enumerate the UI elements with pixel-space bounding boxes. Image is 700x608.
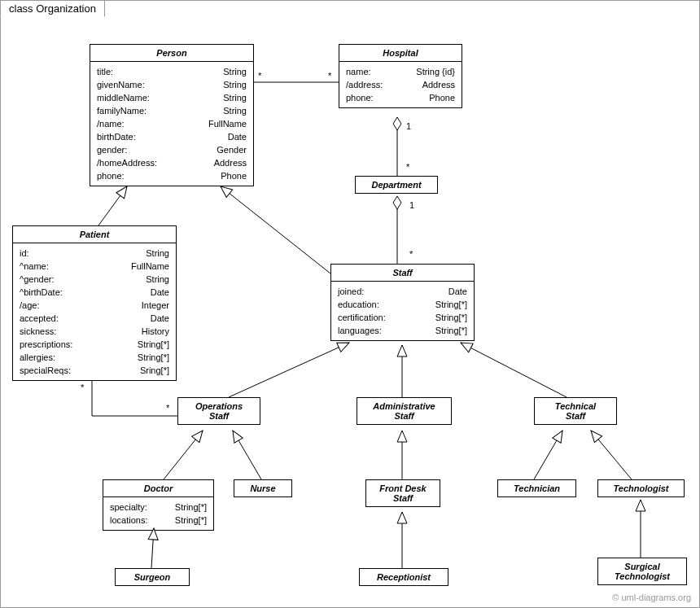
class-administrative-staff: AdministrativeStaff	[357, 397, 452, 425]
class-technical-staff-title: TechnicalStaff	[535, 398, 616, 424]
mult-dept-staff-bottom: *	[409, 249, 413, 259]
class-doctor: Doctor specialty:String[*]locations:Stri…	[103, 479, 214, 531]
class-hospital-attrs: name:String {id}/address:Addressphone:Ph…	[339, 62, 462, 107]
mult-dept-staff-top: 1	[409, 200, 414, 210]
class-department-title: Department	[356, 177, 437, 193]
edge-ops-staff	[229, 343, 349, 397]
class-surgeon-title: Surgeon	[116, 569, 189, 585]
class-operations-staff-title: OperationsStaff	[178, 398, 260, 424]
class-operations-staff: OperationsStaff	[177, 397, 260, 425]
mult-person-hospital-left: *	[258, 71, 261, 81]
class-receptionist-title: Receptionist	[360, 569, 448, 585]
class-person: Person title:StringgivenName:Stringmiddl…	[90, 44, 254, 186]
edge-tech-staff	[461, 343, 567, 397]
credit-text: © uml-diagrams.org	[612, 593, 691, 602]
class-hospital: Hospital name:String {id}/address:Addres…	[339, 44, 462, 108]
class-technician: Technician	[497, 479, 576, 497]
class-technologist: Technologist	[597, 479, 685, 497]
class-staff: Staff joined:Dateeducation:String[*]cert…	[330, 264, 475, 341]
mult-patient-ops-top: *	[81, 383, 84, 392]
class-doctor-title: Doctor	[103, 480, 213, 496]
edge-technician-tech	[534, 431, 562, 479]
class-staff-title: Staff	[331, 265, 474, 281]
mult-person-hospital-right: *	[328, 71, 331, 81]
frame-title: class Organization	[0, 0, 105, 17]
class-front-desk-staff: Front DeskStaff	[365, 479, 440, 507]
mult-patient-ops-bottom: *	[166, 403, 169, 413]
class-surgical-technologist-title: SurgicalTechnologist	[598, 558, 686, 584]
edge-patient-person	[98, 186, 127, 225]
edge-surgeon-doctor	[151, 528, 154, 568]
class-nurse: Nurse	[234, 479, 292, 497]
class-nurse-title: Nurse	[234, 480, 291, 496]
mult-hospital-dept-top: 1	[406, 121, 411, 131]
class-receptionist: Receptionist	[359, 568, 448, 586]
edge-nurse-ops	[233, 431, 261, 479]
class-patient-attrs: id:String^name:FullName^gender:String^bi…	[13, 243, 176, 380]
class-hospital-title: Hospital	[339, 45, 462, 61]
class-person-attrs: title:StringgivenName:StringmiddleName:S…	[90, 62, 253, 186]
class-administrative-staff-title: AdministrativeStaff	[357, 398, 451, 424]
class-department: Department	[355, 176, 438, 194]
package-frame: class Organization Person title:Stringgi…	[0, 0, 700, 608]
class-patient-title: Patient	[13, 226, 176, 243]
class-staff-attrs: joined:Dateeducation:String[*]certificat…	[331, 282, 474, 340]
mult-hospital-dept-bottom: *	[406, 162, 409, 172]
class-surgical-technologist: SurgicalTechnologist	[597, 558, 687, 585]
class-person-title: Person	[90, 45, 253, 61]
class-technologist-title: Technologist	[598, 480, 684, 496]
class-surgeon: Surgeon	[115, 568, 190, 586]
edge-technologist-tech	[591, 431, 632, 479]
class-technician-title: Technician	[498, 480, 575, 496]
class-doctor-attrs: specialty:String[*]locations:String[*]	[103, 497, 213, 530]
class-technical-staff: TechnicalStaff	[534, 397, 617, 425]
edge-doctor-ops	[164, 431, 203, 479]
edge-patient-opsstaff	[92, 380, 177, 416]
edge-staff-person	[221, 186, 330, 273]
class-patient: Patient id:String^name:FullName^gender:S…	[12, 225, 177, 381]
class-front-desk-staff-title: Front DeskStaff	[366, 480, 440, 506]
